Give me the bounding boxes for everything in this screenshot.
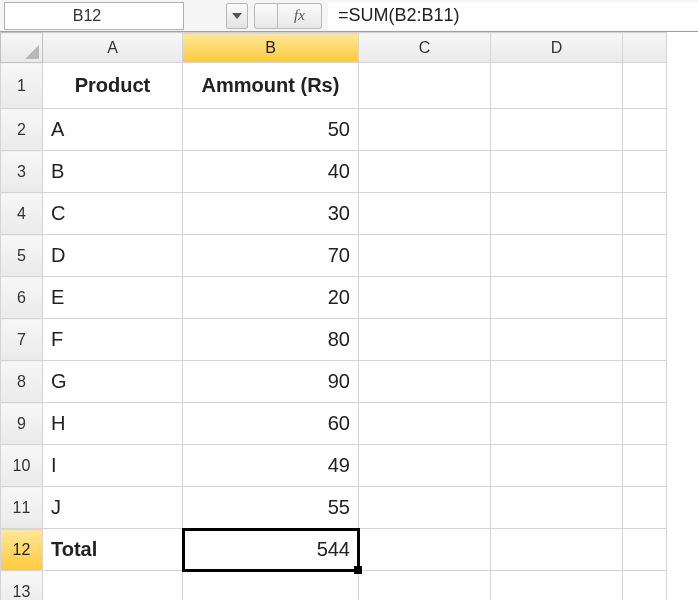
cell-C13[interactable]	[359, 571, 491, 601]
cell-D1[interactable]	[491, 63, 623, 109]
cell-A3[interactable]: B	[43, 151, 183, 193]
row-header-11[interactable]: 11	[1, 487, 43, 529]
row-header-4[interactable]: 4	[1, 193, 43, 235]
cell-C4[interactable]	[359, 193, 491, 235]
column-header-C[interactable]: C	[359, 33, 491, 63]
row-7: 7 F 80	[1, 319, 667, 361]
cell-A8[interactable]: G	[43, 361, 183, 403]
cell-A9[interactable]: H	[43, 403, 183, 445]
row-1: 1 Product Ammount (Rs)	[1, 63, 667, 109]
row-6: 6 E 20	[1, 277, 667, 319]
cell-E7[interactable]	[623, 319, 667, 361]
cell-A2[interactable]: A	[43, 109, 183, 151]
cell-D3[interactable]	[491, 151, 623, 193]
row-header-1[interactable]: 1	[1, 63, 43, 109]
row-header-10[interactable]: 10	[1, 445, 43, 487]
row-header-8[interactable]: 8	[1, 361, 43, 403]
cell-D11[interactable]	[491, 487, 623, 529]
cell-E9[interactable]	[623, 403, 667, 445]
cell-B8[interactable]: 90	[183, 361, 359, 403]
column-header-row: A B C D	[1, 33, 667, 63]
cell-D9[interactable]	[491, 403, 623, 445]
row-header-12[interactable]: 12	[1, 529, 43, 571]
cell-D6[interactable]	[491, 277, 623, 319]
row-header-6[interactable]: 6	[1, 277, 43, 319]
cell-C11[interactable]	[359, 487, 491, 529]
cell-A11[interactable]: J	[43, 487, 183, 529]
cell-B12[interactable]: 544	[183, 529, 359, 571]
cell-C1[interactable]	[359, 63, 491, 109]
cell-A4[interactable]: C	[43, 193, 183, 235]
cell-C7[interactable]	[359, 319, 491, 361]
cell-E11[interactable]	[623, 487, 667, 529]
cell-A12[interactable]: Total	[43, 529, 183, 571]
cell-B11[interactable]: 55	[183, 487, 359, 529]
cell-B2[interactable]: 50	[183, 109, 359, 151]
row-header-2[interactable]: 2	[1, 109, 43, 151]
cell-A10[interactable]: I	[43, 445, 183, 487]
row-header-5[interactable]: 5	[1, 235, 43, 277]
row-header-9[interactable]: 9	[1, 403, 43, 445]
name-box-dropdown-area: fx	[226, 3, 322, 29]
cell-E5[interactable]	[623, 235, 667, 277]
column-header-D[interactable]: D	[491, 33, 623, 63]
cell-D13[interactable]	[491, 571, 623, 601]
cell-D12[interactable]	[491, 529, 623, 571]
cell-A13[interactable]	[43, 571, 183, 601]
cell-B5[interactable]: 70	[183, 235, 359, 277]
spreadsheet-grid: A B C D 1 Product Ammount (Rs) 2 A 50 3 …	[0, 32, 667, 600]
cell-B10[interactable]: 49	[183, 445, 359, 487]
cell-E3[interactable]	[623, 151, 667, 193]
column-header-A[interactable]: A	[43, 33, 183, 63]
cell-D7[interactable]	[491, 319, 623, 361]
column-header-E[interactable]	[623, 33, 667, 63]
cell-C12[interactable]	[359, 529, 491, 571]
cell-A6[interactable]: E	[43, 277, 183, 319]
cell-D2[interactable]	[491, 109, 623, 151]
name-box-dropdown-button[interactable]	[226, 3, 248, 29]
chevron-down-icon	[232, 13, 242, 19]
name-box[interactable]: B12	[4, 2, 184, 30]
cell-E6[interactable]	[623, 277, 667, 319]
cell-B13[interactable]	[183, 571, 359, 601]
select-all-corner[interactable]	[1, 33, 43, 63]
row-4: 4 C 30	[1, 193, 667, 235]
cell-A7[interactable]: F	[43, 319, 183, 361]
cell-E1[interactable]	[623, 63, 667, 109]
cell-C10[interactable]	[359, 445, 491, 487]
cell-C8[interactable]	[359, 361, 491, 403]
row-10: 10 I 49	[1, 445, 667, 487]
cell-C2[interactable]	[359, 109, 491, 151]
cell-C9[interactable]	[359, 403, 491, 445]
row-header-7[interactable]: 7	[1, 319, 43, 361]
cell-C3[interactable]	[359, 151, 491, 193]
cell-D4[interactable]	[491, 193, 623, 235]
cell-A5[interactable]: D	[43, 235, 183, 277]
cell-A1[interactable]: Product	[43, 63, 183, 109]
cell-B4[interactable]: 30	[183, 193, 359, 235]
cell-B7[interactable]: 80	[183, 319, 359, 361]
row-12: 12 Total 544	[1, 529, 667, 571]
formula-input[interactable]: =SUM(B2:B11)	[328, 2, 698, 30]
cell-E4[interactable]	[623, 193, 667, 235]
cell-E2[interactable]	[623, 109, 667, 151]
formula-bar: B12 fx =SUM(B2:B11)	[0, 0, 698, 32]
cell-D8[interactable]	[491, 361, 623, 403]
cell-D5[interactable]	[491, 235, 623, 277]
cell-E12[interactable]	[623, 529, 667, 571]
row-header-3[interactable]: 3	[1, 151, 43, 193]
row-header-13[interactable]: 13	[1, 571, 43, 601]
cell-D10[interactable]	[491, 445, 623, 487]
cell-B6[interactable]: 20	[183, 277, 359, 319]
cell-B3[interactable]: 40	[183, 151, 359, 193]
cell-E13[interactable]	[623, 571, 667, 601]
insert-function-button[interactable]: fx	[278, 3, 322, 29]
cell-E10[interactable]	[623, 445, 667, 487]
cell-E8[interactable]	[623, 361, 667, 403]
cell-C6[interactable]	[359, 277, 491, 319]
row-3: 3 B 40	[1, 151, 667, 193]
cell-C5[interactable]	[359, 235, 491, 277]
cell-B1[interactable]: Ammount (Rs)	[183, 63, 359, 109]
column-header-B[interactable]: B	[183, 33, 359, 63]
cell-B9[interactable]: 60	[183, 403, 359, 445]
